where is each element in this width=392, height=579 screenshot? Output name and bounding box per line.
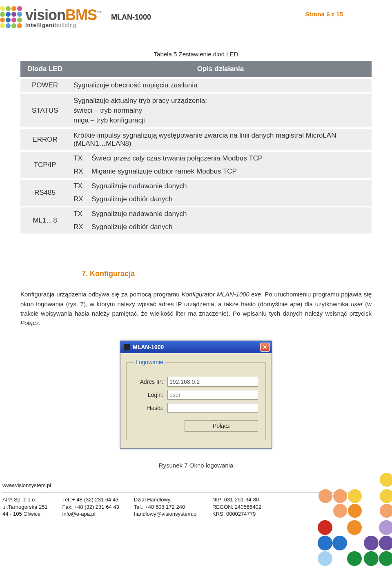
table-row: ML1…8 TX Sygnalizuje nadawanie danych [20,207,372,220]
cell-ml-label: ML1…8 [20,207,69,234]
footer-url: www.visionsystem.pl [2,482,51,488]
ip-input[interactable] [167,377,258,387]
section-heading: 7. Konfiguracja [82,269,372,278]
th-led: Dioda LED [20,61,69,77]
close-icon: ✕ [263,344,267,350]
cell-ml-tx-desc: Sygnalizuje nadawanie danych [87,207,372,220]
led-table: Dioda LED Opis działania POWER Sygnalizu… [20,61,372,234]
paragraph: Konfiguracja urządzenia odbywa się za po… [20,290,372,327]
cell-rs485-label: RS485 [20,180,69,206]
login-input[interactable] [167,390,258,400]
table-row: RS485 TX Sygnalizuje nadawanie danych [20,180,372,193]
dialog-titlebar: MLAN-1000 ✕ [120,341,272,353]
table-row: RX Sygnalizuje odbiór danych [20,220,372,234]
cell-status-label: STATUS [20,94,69,127]
logo-text: visionBMS™ [25,7,101,24]
footer-divider [2,492,358,492]
cell-ml-tx-lbl: TX [69,207,87,220]
table-row: POWER Sygnalizuje obecność napięcia zasi… [20,79,372,92]
password-input[interactable] [167,403,258,413]
login-dialog: MLAN-1000 ✕ Logowanie Adres IP: Login: H… [120,341,272,449]
fieldset-legend: Logowanie [134,359,165,365]
page-number: Strona 6 z 15 [305,11,343,18]
cell-tcpip-rx-desc: Miganie sygnalizuje odbiór ramek Modbus … [87,165,372,178]
cell-rs485-tx-lbl: TX [69,180,87,193]
login-label: Login: [134,392,163,398]
footer-col-sales: Dział Handlowy: Tel.: +48 508 172 240 ha… [134,496,198,518]
cell-tcpip-rx-lbl: RX [69,165,87,178]
cell-error-label: ERROR [20,129,69,150]
footer-col-company: APA Sp. z o.o. ul.Tarnogórska 251 44 - 1… [2,496,48,518]
cell-error-desc: Krótkie impulsy sygnalizują występowanie… [69,129,372,150]
page-header: visionBMS™ intelligentbuilding MLAN-1000… [0,0,392,28]
doc-title: MLAN-1000 [111,13,151,22]
cell-rs485-tx-desc: Sygnalizuje nadawanie danych [87,180,372,193]
decorative-dots-icon [306,473,392,579]
table-row: RX Miganie sygnalizuje odbiór ramek Modb… [20,165,372,178]
table-row: RX Sygnalizuje odbiór danych [20,193,372,206]
cell-power-label: POWER [20,79,69,92]
app-icon [124,344,130,350]
cell-rs485-rx-desc: Sygnalizuje odbiór danych [87,193,372,206]
cell-tcpip-tx-lbl: TX [69,152,87,165]
footer-col-ids: NIP: 631-251-34-80 REGON: 240566402 KRS:… [212,496,261,518]
table-row: ERROR Krótkie impulsy sygnalizują występ… [20,129,372,150]
close-button[interactable]: ✕ [260,343,270,352]
table-row: TCP/IP TX Świeci przez cały czas trwania… [20,152,372,165]
logo-dots-icon [0,6,22,28]
th-desc: Opis działania [69,61,372,77]
figure-caption: Rysunek 7 Okno logowania [20,462,372,469]
table-caption: Tabela 5 Zestawienie diod LED [20,51,372,58]
cell-rs485-rx-lbl: RX [69,193,87,206]
table-row: STATUS Sygnalizuje aktualny tryb pracy u… [20,94,372,127]
cell-ml-rx-desc: Sygnalizuje odbiór danych [87,220,372,234]
cell-tcpip-label: TCP/IP [20,152,69,178]
logo: visionBMS™ intelligentbuilding [0,6,101,28]
dialog-title-text: MLAN-1000 [133,344,164,350]
footer-columns: APA Sp. z o.o. ul.Tarnogórska 251 44 - 1… [2,496,261,518]
password-label: Hasło: [134,405,163,411]
cell-status-desc: Sygnalizuje aktualny tryb pracy urządzen… [69,94,372,127]
ip-label: Adres IP: [134,379,163,385]
cell-ml-rx-lbl: RX [69,220,87,234]
cell-power-desc: Sygnalizuje obecność napięcia zasilania [69,79,372,92]
logo-subtitle: intelligentbuilding [25,22,101,28]
connect-button[interactable]: Połącz [185,420,258,432]
cell-tcpip-tx-desc: Świeci przez cały czas trwania połączeni… [87,152,372,165]
footer-col-contact: Tel.:+ 48 (32) 231 64 43 Fax: +48 (32) 2… [62,496,119,518]
login-fieldset: Logowanie Adres IP: Login: Hasło: Połącz [126,359,266,440]
